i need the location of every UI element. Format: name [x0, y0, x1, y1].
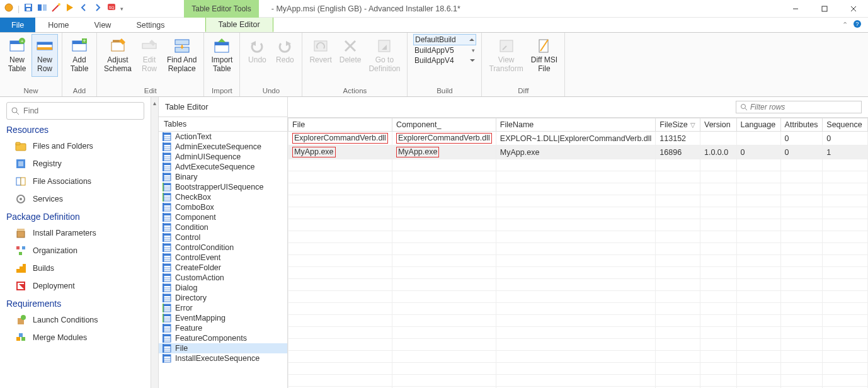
new-table-button[interactable]: +New Table	[4, 34, 30, 77]
forward-icon[interactable]	[93, 3, 103, 14]
run-icon[interactable]	[65, 3, 75, 14]
nav-item[interactable]: Registry	[6, 155, 144, 173]
contextual-tab-label: Table Editor Tools	[184, 0, 259, 18]
table-list-item[interactable]: AdminExecuteSequence	[159, 142, 287, 152]
table-list-item[interactable]: CreateFolder	[159, 263, 287, 273]
filter-input[interactable]	[750, 103, 857, 111]
cell[interactable]: 0	[736, 146, 780, 159]
cell[interactable]: 1.0.0.0	[700, 146, 737, 159]
cell[interactable]: ExplorerCommandVerb.dll	[288, 132, 392, 146]
table-icon	[163, 334, 171, 343]
column-header[interactable]: Language	[736, 118, 780, 132]
column-header[interactable]: FileName	[496, 118, 656, 132]
nav-search-input[interactable]	[23, 106, 140, 115]
table-list-item[interactable]: Control	[159, 232, 287, 243]
column-header[interactable]: FileSize▽	[656, 118, 700, 132]
table-list-item[interactable]: ControlEvent	[159, 253, 287, 263]
cell[interactable]: 1	[823, 146, 868, 159]
wand-icon[interactable]	[51, 3, 61, 14]
nav-item[interactable]: Builds	[6, 260, 144, 277]
find-replace-button[interactable]: Find And Replace	[164, 34, 200, 77]
close-button[interactable]	[839, 0, 868, 18]
nav-item-icon	[15, 140, 26, 152]
diff-msi-button[interactable]: Diff MSI File	[528, 34, 561, 77]
minimize-button[interactable]	[781, 0, 810, 18]
table-list-item[interactable]: Feature	[159, 323, 287, 333]
cell[interactable]: 113152	[656, 132, 700, 146]
cell[interactable]: MyApp.exe	[392, 146, 496, 159]
nav-item[interactable]: Organization	[6, 242, 144, 260]
cell[interactable]	[736, 132, 780, 146]
build-default[interactable]: DefaultBuild	[413, 34, 476, 45]
table-list-item[interactable]: Dialog	[159, 283, 287, 293]
options-icon[interactable]	[37, 3, 47, 14]
column-header[interactable]: Attributes	[780, 118, 823, 132]
column-header[interactable]: Component_	[392, 118, 496, 132]
filter-rows[interactable]	[736, 101, 862, 113]
nav-item[interactable]: Merge Modules	[6, 329, 144, 346]
tab-home[interactable]: Home	[35, 18, 81, 32]
column-header[interactable]: File	[288, 118, 392, 132]
import-table-button[interactable]: Import Table	[208, 34, 236, 77]
adjust-schema-button[interactable]: Adjust Schema	[101, 34, 135, 77]
table-list-item[interactable]: EventMapping	[159, 313, 287, 323]
table-list-item[interactable]: FeatureComponents	[159, 333, 287, 343]
cell[interactable]: MyApp.exe	[496, 146, 656, 159]
maximize-button[interactable]	[810, 0, 839, 18]
table-list-item[interactable]: AdminUISequence	[159, 152, 287, 162]
cell[interactable]: MyApp.exe	[288, 146, 392, 159]
table-list-item[interactable]: AdvtExecuteSequence	[159, 162, 287, 172]
tab-settings[interactable]: Settings	[123, 18, 177, 32]
table-list-item[interactable]: InstallExecuteSequence	[159, 353, 287, 363]
cell[interactable]: 0	[780, 146, 823, 159]
table-list-item[interactable]: Error	[159, 303, 287, 313]
svg-text:+: +	[83, 38, 86, 44]
new-row-button[interactable]: New Row	[31, 34, 58, 77]
table-list-item[interactable]: Binary	[159, 172, 287, 182]
back-icon[interactable]	[79, 3, 89, 14]
nav-collapse-handle[interactable]: ▴	[151, 97, 159, 388]
table-list-item[interactable]: ComboBox	[159, 202, 287, 212]
build-appv4[interactable]: BuildAppV4	[413, 55, 476, 66]
column-header[interactable]: Version	[700, 118, 737, 132]
cell[interactable]: 16896	[656, 146, 700, 159]
nav-item[interactable]: Deployment	[6, 277, 144, 295]
build-appv5[interactable]: BuildAppV5▾	[413, 45, 476, 55]
sql-icon[interactable]: SQ	[106, 3, 117, 14]
svg-rect-2	[26, 4, 31, 7]
qat-dropdown-icon[interactable]: ▾	[120, 6, 123, 12]
nav-item[interactable]: File Associations	[6, 173, 144, 190]
table-list-item[interactable]: Directory	[159, 293, 287, 303]
cell[interactable]: EXPLOR~1.DLL|ExplorerCommandVerb.dll	[496, 132, 656, 146]
table-list-item[interactable]: CustomAction	[159, 273, 287, 283]
cell[interactable]	[700, 132, 737, 146]
table-list-item[interactable]: BootstrapperUISequence	[159, 182, 287, 192]
collapse-ribbon-icon[interactable]: ⌃	[842, 21, 848, 29]
table-list-item[interactable]: ActionText	[159, 132, 287, 142]
nav-item[interactable]: Launch Conditions	[6, 311, 144, 329]
nav-search[interactable]	[6, 102, 144, 120]
data-grid[interactable]: FileComponent_FileNameFileSize▽VersionLa…	[288, 118, 868, 388]
cell[interactable]: 0	[780, 132, 823, 146]
table-row[interactable]: MyApp.exeMyApp.exeMyApp.exe168961.0.0.00…	[288, 146, 868, 159]
nav-item[interactable]: Install Parameters	[6, 224, 144, 242]
cell[interactable]: 0	[823, 132, 868, 146]
table-list-item[interactable]: Component	[159, 212, 287, 222]
tables-list[interactable]: ActionTextAdminExecuteSequenceAdminUISeq…	[159, 132, 287, 388]
column-header[interactable]: Sequence	[823, 118, 868, 132]
cell[interactable]: ExplorerCommandVerb.dll	[392, 132, 496, 146]
table-list-item[interactable]: Condition	[159, 222, 287, 232]
nav-item[interactable]: Files and Folders	[6, 137, 144, 155]
nav-item[interactable]: Services	[6, 190, 144, 208]
table-list-item[interactable]: CheckBox	[159, 192, 287, 202]
add-table-button[interactable]: +Add Table	[66, 34, 93, 77]
table-list-item[interactable]: ControlCondition	[159, 243, 287, 253]
ribbon-group-new: +New Table New Row New	[0, 33, 62, 96]
table-list-item[interactable]: File	[159, 343, 287, 353]
save-icon[interactable]	[23, 3, 33, 14]
tab-table-editor[interactable]: Table Editor	[205, 18, 273, 32]
help-icon[interactable]: ?	[853, 20, 862, 30]
table-row[interactable]: ExplorerCommandVerb.dllExplorerCommandVe…	[288, 132, 868, 146]
tab-file[interactable]: File	[0, 18, 35, 32]
tab-view[interactable]: View	[82, 18, 124, 32]
